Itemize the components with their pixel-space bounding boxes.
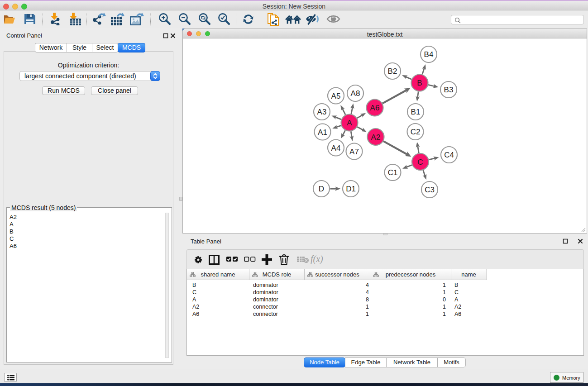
svg-text:A8: A8 — [351, 89, 360, 98]
svg-text:B1: B1 — [411, 108, 421, 116]
svg-text:C1: C1 — [388, 168, 398, 177]
svg-text:C3: C3 — [425, 186, 435, 194]
svg-text:A1: A1 — [318, 128, 327, 137]
svg-text:C2: C2 — [411, 128, 421, 136]
svg-text:A3: A3 — [317, 108, 327, 116]
svg-text:C: C — [417, 158, 423, 167]
svg-text:A7: A7 — [349, 148, 359, 156]
svg-text:A: A — [347, 119, 352, 127]
svg-text:B: B — [417, 79, 422, 87]
svg-text:A4: A4 — [331, 144, 341, 152]
svg-text:D: D — [319, 185, 324, 193]
svg-text:D1: D1 — [346, 185, 356, 193]
svg-text:B4: B4 — [424, 50, 434, 59]
svg-text:A6: A6 — [370, 104, 380, 112]
svg-text:C4: C4 — [444, 151, 454, 159]
svg-text:B2: B2 — [388, 67, 397, 76]
svg-text:A2: A2 — [371, 133, 381, 142]
svg-text:A5: A5 — [331, 92, 341, 100]
svg-text:B3: B3 — [444, 86, 454, 94]
